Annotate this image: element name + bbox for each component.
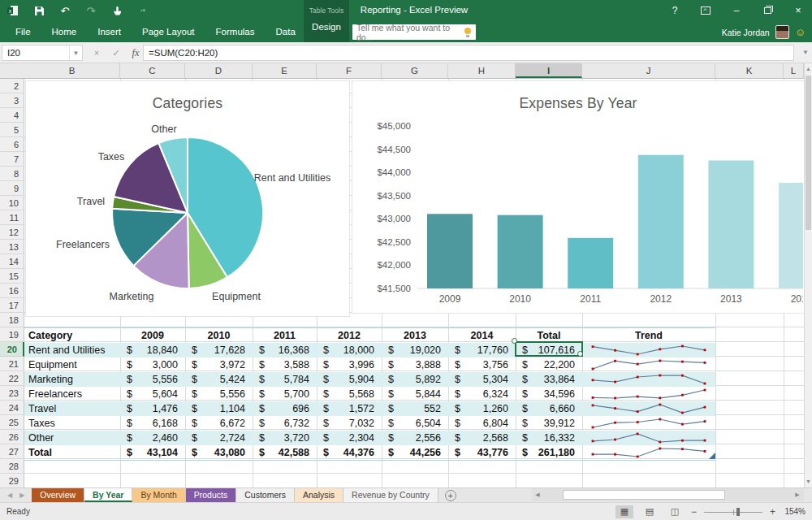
table-cell-value[interactable]: $42,588 xyxy=(253,445,317,460)
row-header-12[interactable]: 12 xyxy=(0,225,24,240)
row-header-20[interactable]: 20 xyxy=(0,342,24,357)
bar-chart[interactable]: Expenses By Year $45,000$44,500$44,000$4… xyxy=(352,80,804,314)
ribbon-tab-page-layout[interactable]: Page Layout xyxy=(132,21,205,42)
sheet-tab-analysis[interactable]: Analysis xyxy=(295,488,343,502)
column-header-h[interactable]: H xyxy=(448,63,516,78)
row-header-14[interactable]: 14 xyxy=(0,254,24,269)
scroll-up-icon[interactable]: ▲ xyxy=(805,64,812,74)
table-cell-category[interactable]: Freelancers xyxy=(24,387,120,401)
table-cell-value[interactable]: $43,104 xyxy=(120,445,185,460)
ribbon-tab-formulas[interactable]: Formulas xyxy=(205,21,266,42)
table-header-2014[interactable]: 2014 xyxy=(448,328,516,343)
table-cell-value[interactable]: $1,104 xyxy=(185,401,253,416)
table-cell-value[interactable]: $3,996 xyxy=(317,358,382,372)
row-header-29[interactable]: 29 xyxy=(0,474,24,488)
row-header-13[interactable]: 13 xyxy=(0,240,24,254)
table-cell-value[interactable]: $3,756 xyxy=(448,358,516,372)
table-header-2012[interactable]: 2012 xyxy=(317,328,382,343)
table-row-total[interactable]: Total$43,104$43,080$42,588$44,376$44,256… xyxy=(24,445,715,460)
name-box[interactable]: I20 ▼ xyxy=(2,45,83,61)
row-header-2[interactable]: 2 xyxy=(0,79,24,93)
column-header-j[interactable]: J xyxy=(582,63,715,78)
ribbon-tab-data[interactable]: Data xyxy=(266,21,306,42)
row-header-28[interactable]: 28 xyxy=(0,459,24,474)
table-header-2011[interactable]: 2011 xyxy=(253,328,317,343)
table-cell-total[interactable]: $6,660 xyxy=(516,401,582,416)
column-header-k[interactable]: K xyxy=(715,63,784,78)
table-cell-value[interactable]: $5,304 xyxy=(448,372,516,387)
sheet-tab-by-month[interactable]: By Month xyxy=(132,488,185,502)
table-cell-value[interactable]: $7,032 xyxy=(317,416,382,431)
pie-chart[interactable]: Categories Rent and UtilitiesEquipmentMa… xyxy=(25,80,350,317)
table-row-other[interactable]: Other$2,460$2,724$3,720$2,304$2,556$2,56… xyxy=(24,431,715,445)
row-header-8[interactable]: 8 xyxy=(0,167,24,181)
restore-icon[interactable] xyxy=(762,4,773,17)
table-row-rent-and-utilities[interactable]: Rent and Utilities$18,840$17,628$16,368$… xyxy=(24,343,715,358)
ribbon-tab-insert[interactable]: Insert xyxy=(87,21,132,42)
table-cell-category[interactable]: Equipment xyxy=(24,358,120,372)
zoom-in-icon[interactable]: + xyxy=(770,506,775,518)
table-cell-total[interactable]: $33,864 xyxy=(516,372,582,387)
table-cell-value[interactable]: $18,000 xyxy=(317,343,382,358)
table-cell-total[interactable]: $39,912 xyxy=(516,416,582,431)
table-cell-value[interactable]: $3,888 xyxy=(382,358,448,372)
row-header-18[interactable]: 18 xyxy=(0,313,24,327)
column-header-f[interactable]: F xyxy=(317,63,382,78)
avatar[interactable] xyxy=(775,25,789,39)
row-header-11[interactable]: 11 xyxy=(0,210,24,225)
undo-icon[interactable]: ↶ xyxy=(58,4,71,17)
customize-quick-access-icon[interactable]: ▪▾ xyxy=(136,4,149,17)
column-header-i[interactable]: I xyxy=(516,63,582,78)
table-cell-value[interactable]: $2,724 xyxy=(185,431,253,445)
row-header-19[interactable]: 19 xyxy=(0,327,24,342)
sheet-tab-products[interactable]: Products xyxy=(186,488,236,502)
minimize-icon[interactable]: – xyxy=(731,4,742,17)
table-cell-total[interactable]: $34,596 xyxy=(516,387,582,401)
table-cell-value[interactable]: $3,000 xyxy=(120,358,185,372)
column-header-c[interactable]: C xyxy=(120,63,185,78)
table-cell-value[interactable]: $6,732 xyxy=(253,416,317,431)
table-cell-value[interactable]: $1,572 xyxy=(317,401,382,416)
add-sheet-button[interactable]: + xyxy=(445,490,456,501)
zoom-out-icon[interactable]: − xyxy=(691,506,697,518)
ribbon-display-options-icon[interactable] xyxy=(700,4,711,17)
selection-handle-top-left[interactable] xyxy=(512,338,517,344)
table-cell-value[interactable]: $1,260 xyxy=(448,401,516,416)
row-header-10[interactable]: 10 xyxy=(0,196,24,210)
ribbon-tab-home[interactable]: Home xyxy=(41,21,88,42)
table-cell-value[interactable]: $5,784 xyxy=(253,372,317,387)
table-cell-value[interactable]: $6,504 xyxy=(382,416,448,431)
cancel-icon[interactable]: × xyxy=(88,45,106,61)
bar-2009[interactable] xyxy=(427,214,473,288)
table-cell-value[interactable]: $6,168 xyxy=(120,416,185,431)
column-header-b[interactable]: B xyxy=(24,63,120,78)
row-header-17[interactable]: 17 xyxy=(0,298,24,313)
table-cell-value[interactable]: $16,368 xyxy=(253,343,317,358)
column-header-d[interactable]: D xyxy=(185,63,253,78)
row-header-16[interactable]: 16 xyxy=(0,284,24,298)
row-header-15[interactable]: 15 xyxy=(0,269,24,284)
bar-2014[interactable] xyxy=(779,183,803,288)
table-cell-category[interactable]: Taxes xyxy=(24,416,120,431)
table-cell-value[interactable]: $2,556 xyxy=(382,431,448,445)
table-cell-value[interactable]: $5,424 xyxy=(185,372,253,387)
row-header-6[interactable]: 6 xyxy=(0,137,24,152)
table-cell-category[interactable]: Marketing xyxy=(24,372,120,387)
tab-design[interactable]: Design xyxy=(304,22,349,32)
column-header-g[interactable]: G xyxy=(382,63,448,78)
table-cell-value[interactable]: $5,904 xyxy=(317,372,382,387)
table-header-2013[interactable]: 2013 xyxy=(382,328,448,343)
table-header-category[interactable]: Category xyxy=(24,328,120,343)
row-header-26[interactable]: 26 xyxy=(0,430,24,444)
table-cell-total[interactable]: $261,180 xyxy=(516,445,582,460)
bar-2012[interactable] xyxy=(638,155,684,288)
table-cell-value[interactable]: $5,604 xyxy=(120,387,185,401)
bar-2010[interactable] xyxy=(498,215,543,288)
table-cell-value[interactable]: $5,844 xyxy=(382,387,448,401)
column-header-l[interactable]: L xyxy=(784,63,804,78)
feedback-smiley-icon[interactable]: ☺ xyxy=(795,25,806,39)
table-row-equipment[interactable]: Equipment$3,000$3,972$3,588$3,996$3,888$… xyxy=(24,358,715,372)
table-resize-handle[interactable] xyxy=(709,453,715,459)
row-header-21[interactable]: 21 xyxy=(0,357,24,371)
table-cell-value[interactable]: $43,080 xyxy=(185,445,253,460)
